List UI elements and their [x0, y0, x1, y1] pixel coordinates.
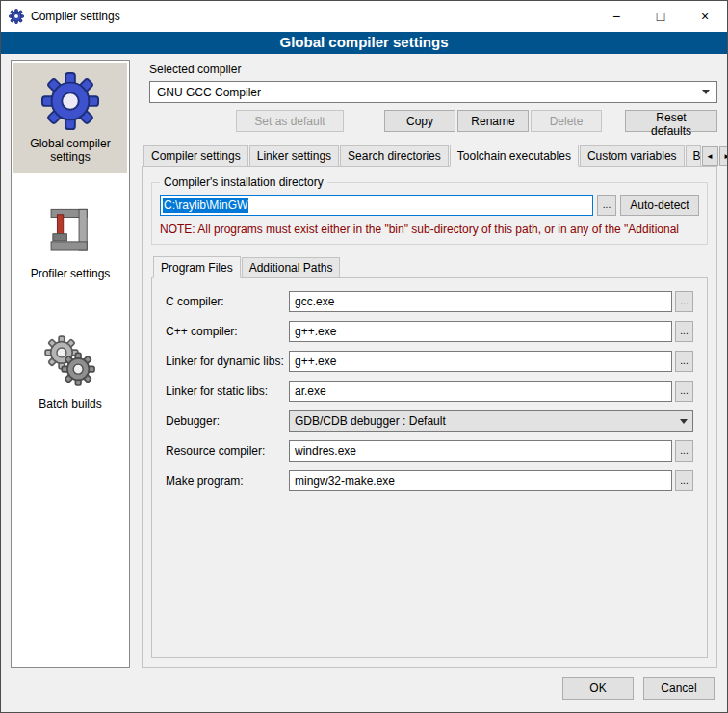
- tab-search-directories[interactable]: Search directories: [340, 145, 449, 166]
- blue-gear-icon: [39, 70, 101, 132]
- resource-compiler-value: windres.exe: [295, 444, 356, 458]
- cpp-compiler-label: C++ compiler:: [166, 325, 289, 338]
- tab-compiler-settings[interactable]: Compiler settings: [143, 145, 248, 166]
- field-row-make-program: Make program: mingw32-make.exe ...: [166, 470, 693, 491]
- app-gear-icon: [9, 9, 24, 24]
- gray-gears-icon: [39, 330, 101, 392]
- dynamic-linker-value: g++.exe: [295, 355, 336, 368]
- bin-subdirectory-note: NOTE: All programs must exist either in …: [160, 223, 699, 236]
- auto-detect-button[interactable]: Auto-detect: [620, 195, 699, 216]
- compiler-settings-window: Compiler settings − □ × Global compiler …: [0, 0, 728, 713]
- dialog-footer: OK Cancel: [1, 672, 727, 712]
- static-linker-input[interactable]: ar.exe: [289, 381, 672, 402]
- cpp-compiler-input[interactable]: g++.exe: [289, 321, 672, 342]
- static-linker-browse-button[interactable]: ...: [675, 381, 693, 402]
- c-compiler-label: C compiler:: [166, 295, 289, 308]
- dynamic-linker-label: Linker for dynamic libs:: [166, 355, 289, 368]
- cpp-compiler-value: g++.exe: [295, 325, 336, 338]
- tab-scroll-left-icon[interactable]: ◄: [702, 146, 718, 166]
- tab-build-options[interactable]: Build: [686, 145, 701, 166]
- window-title: Compiler settings: [31, 10, 594, 23]
- make-program-browse-button[interactable]: ...: [675, 470, 693, 491]
- sidebar-item-label: Profiler settings: [31, 267, 111, 280]
- delete-button[interactable]: Delete: [531, 110, 602, 132]
- minimize-button[interactable]: −: [594, 1, 638, 32]
- sidebar-item-label: Global compiler settings: [15, 137, 125, 164]
- dialog-header: Global compiler settings: [1, 32, 727, 54]
- dynamic-linker-input[interactable]: g++.exe: [289, 351, 672, 372]
- sidebar-item-label: Batch builds: [39, 397, 101, 410]
- field-row-dynamic-linker: Linker for dynamic libs: g++.exe ...: [166, 351, 693, 372]
- cpp-compiler-browse-button[interactable]: ...: [675, 321, 693, 342]
- toolchain-executables-panel: Compiler's installation directory C:\ray…: [142, 166, 717, 668]
- window-controls: − □ ×: [594, 1, 727, 32]
- installation-directory-input[interactable]: C:\raylib\MinGW: [160, 195, 593, 216]
- field-row-static-linker: Linker for static libs: ar.exe ...: [166, 381, 693, 402]
- program-files-panel: C compiler: gcc.exe ... C++ compiler: g+…: [151, 277, 708, 658]
- static-linker-value: ar.exe: [295, 384, 326, 398]
- maximize-button[interactable]: □: [638, 1, 683, 32]
- make-program-input[interactable]: mingw32-make.exe: [289, 470, 672, 491]
- close-button[interactable]: ×: [683, 1, 727, 32]
- sidebar-item-global-compiler-settings[interactable]: Global compiler settings: [13, 63, 127, 173]
- copy-button[interactable]: Copy: [384, 110, 455, 132]
- installation-directory-group: Compiler's installation directory C:\ray…: [151, 182, 708, 245]
- debugger-value: GDB/CDB debugger : Default: [295, 414, 446, 428]
- resource-compiler-browse-button[interactable]: ...: [675, 440, 693, 462]
- rename-button[interactable]: Rename: [457, 110, 529, 132]
- tab-scroll-right-icon[interactable]: ►: [719, 146, 728, 166]
- field-row-c-compiler: C compiler: gcc.exe ...: [166, 291, 693, 312]
- profiler-clamp-icon: [39, 200, 101, 262]
- tab-scroll-buttons: ◄ ►: [702, 146, 728, 166]
- compiler-select-value: GNU GCC Compiler: [157, 86, 261, 99]
- c-compiler-browse-button[interactable]: ...: [675, 291, 693, 312]
- chevron-down-icon: [680, 419, 688, 424]
- set-as-default-button[interactable]: Set as default: [236, 110, 344, 132]
- field-row-resource-compiler: Resource compiler: windres.exe ...: [166, 440, 693, 462]
- c-compiler-value: gcc.exe: [295, 295, 334, 308]
- installation-directory-group-title: Compiler's installation directory: [160, 175, 327, 189]
- programs-tabstrip: Program Files Additional Paths: [151, 255, 708, 277]
- resource-compiler-input[interactable]: windres.exe: [289, 440, 672, 462]
- sidebar-item-batch-builds[interactable]: Batch builds: [13, 323, 127, 420]
- dialog-body: Global compiler settings Profiler settin…: [1, 54, 727, 672]
- tab-linker-settings[interactable]: Linker settings: [249, 145, 339, 166]
- resource-compiler-label: Resource compiler:: [166, 444, 289, 458]
- compiler-actions: Set as default Copy Rename Delete Reset …: [142, 110, 717, 132]
- make-program-value: mingw32-make.exe: [295, 474, 395, 488]
- tab-program-files[interactable]: Program Files: [153, 256, 241, 278]
- settings-tabstrip: Compiler settings Linker settings Search…: [142, 144, 717, 166]
- titlebar[interactable]: Compiler settings − □ ×: [1, 1, 727, 32]
- settings-category-list: Global compiler settings Profiler settin…: [11, 60, 130, 668]
- compiler-select[interactable]: GNU GCC Compiler: [149, 81, 717, 103]
- installation-directory-value: C:\raylib\MinGW: [163, 198, 248, 213]
- chevron-down-icon: [702, 90, 710, 94]
- static-linker-label: Linker for static libs:: [166, 384, 289, 398]
- selected-compiler-label: Selected compiler: [149, 63, 717, 76]
- tab-toolchain-executables[interactable]: Toolchain executables: [450, 145, 579, 167]
- reset-defaults-button[interactable]: Reset defaults: [625, 110, 717, 132]
- cancel-button[interactable]: Cancel: [643, 677, 715, 700]
- tab-additional-paths[interactable]: Additional Paths: [242, 257, 341, 277]
- field-row-debugger: Debugger: GDB/CDB debugger : Default: [166, 410, 693, 432]
- installation-directory-browse-button[interactable]: ...: [597, 195, 616, 216]
- dynamic-linker-browse-button[interactable]: ...: [675, 351, 693, 372]
- installation-directory-row: C:\raylib\MinGW ... Auto-detect: [160, 195, 699, 216]
- c-compiler-input[interactable]: gcc.exe: [289, 291, 672, 312]
- sidebar-item-profiler-settings[interactable]: Profiler settings: [13, 193, 127, 290]
- field-row-cpp-compiler: C++ compiler: g++.exe ...: [166, 321, 693, 342]
- tab-custom-variables[interactable]: Custom variables: [580, 145, 685, 166]
- debugger-label: Debugger:: [166, 414, 289, 428]
- main-panel: Selected compiler GNU GCC Compiler Set a…: [142, 60, 717, 668]
- ok-button[interactable]: OK: [562, 677, 634, 700]
- debugger-select[interactable]: GDB/CDB debugger : Default: [289, 410, 693, 432]
- make-program-label: Make program:: [166, 474, 289, 488]
